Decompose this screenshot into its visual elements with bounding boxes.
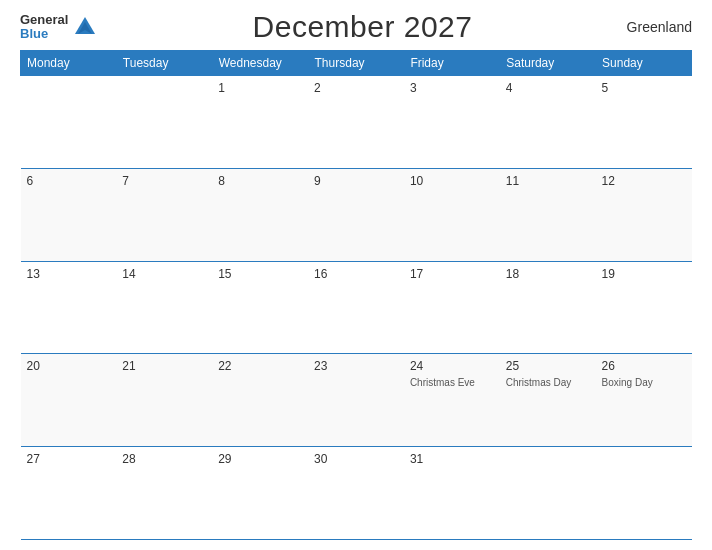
calendar-day-cell: 12 [596,168,692,261]
calendar-day-cell: 2 [308,76,404,169]
day-number: 8 [218,174,302,188]
calendar-week-row: 2021222324Christmas Eve25Christmas Day26… [21,354,692,447]
day-number: 29 [218,452,302,466]
day-number: 30 [314,452,398,466]
day-number: 31 [410,452,494,466]
day-number: 16 [314,267,398,281]
calendar-day-cell: 11 [500,168,596,261]
weekday-header: Monday [21,51,117,76]
weekday-header: Tuesday [116,51,212,76]
calendar-day-cell [116,76,212,169]
calendar-day-cell: 18 [500,261,596,354]
day-number: 4 [506,81,590,95]
day-number: 25 [506,359,590,373]
day-number: 13 [27,267,111,281]
day-number: 27 [27,452,111,466]
calendar-day-cell: 17 [404,261,500,354]
event-label: Christmas Eve [410,376,494,389]
day-number: 24 [410,359,494,373]
calendar-day-cell: 19 [596,261,692,354]
calendar-week-row: 2728293031 [21,447,692,540]
day-number: 5 [602,81,686,95]
calendar-week-row: 12345 [21,76,692,169]
calendar-day-cell: 24Christmas Eve [404,354,500,447]
calendar-day-cell: 25Christmas Day [500,354,596,447]
calendar-day-cell: 3 [404,76,500,169]
calendar-day-cell: 5 [596,76,692,169]
calendar-week-row: 6789101112 [21,168,692,261]
day-number: 18 [506,267,590,281]
calendar-day-cell: 23 [308,354,404,447]
calendar-day-cell: 6 [21,168,117,261]
day-number: 12 [602,174,686,188]
day-number: 3 [410,81,494,95]
day-number: 6 [27,174,111,188]
weekday-header: Wednesday [212,51,308,76]
day-number: 21 [122,359,206,373]
day-number: 10 [410,174,494,188]
calendar-header: General Blue December 2027 Greenland [20,10,692,44]
event-label: Christmas Day [506,376,590,389]
day-number: 1 [218,81,302,95]
calendar-day-cell: 26Boxing Day [596,354,692,447]
calendar-day-cell: 28 [116,447,212,540]
weekday-header: Saturday [500,51,596,76]
day-number: 15 [218,267,302,281]
calendar-day-cell: 4 [500,76,596,169]
day-number: 7 [122,174,206,188]
calendar-header-row: MondayTuesdayWednesdayThursdayFridaySatu… [21,51,692,76]
day-number: 28 [122,452,206,466]
calendar-day-cell: 7 [116,168,212,261]
day-number: 2 [314,81,398,95]
day-number: 20 [27,359,111,373]
day-number: 23 [314,359,398,373]
calendar-day-cell [500,447,596,540]
logo: General Blue [20,13,98,42]
day-number: 17 [410,267,494,281]
calendar-day-cell: 13 [21,261,117,354]
calendar-day-cell: 9 [308,168,404,261]
calendar-day-cell: 16 [308,261,404,354]
calendar-day-cell: 30 [308,447,404,540]
calendar-day-cell: 15 [212,261,308,354]
day-number: 9 [314,174,398,188]
weekday-header: Friday [404,51,500,76]
calendar-day-cell: 21 [116,354,212,447]
day-number: 19 [602,267,686,281]
calendar-day-cell: 10 [404,168,500,261]
logo-general-text: General [20,13,68,27]
calendar-day-cell: 22 [212,354,308,447]
calendar-day-cell: 27 [21,447,117,540]
calendar-day-cell [21,76,117,169]
day-number: 26 [602,359,686,373]
calendar-table: MondayTuesdayWednesdayThursdayFridaySatu… [20,50,692,540]
event-label: Boxing Day [602,376,686,389]
weekday-header: Sunday [596,51,692,76]
day-number: 11 [506,174,590,188]
calendar-day-cell: 14 [116,261,212,354]
month-title: December 2027 [253,10,473,44]
weekday-header: Thursday [308,51,404,76]
country-label: Greenland [627,19,692,35]
calendar-day-cell: 8 [212,168,308,261]
day-number: 22 [218,359,302,373]
logo-icon [72,14,98,40]
calendar-body: 123456789101112131415161718192021222324C… [21,76,692,540]
logo-blue-text: Blue [20,27,68,41]
calendar-day-cell: 29 [212,447,308,540]
calendar-week-row: 13141516171819 [21,261,692,354]
calendar-day-cell: 31 [404,447,500,540]
calendar-day-cell [596,447,692,540]
calendar-day-cell: 1 [212,76,308,169]
calendar-day-cell: 20 [21,354,117,447]
day-number: 14 [122,267,206,281]
